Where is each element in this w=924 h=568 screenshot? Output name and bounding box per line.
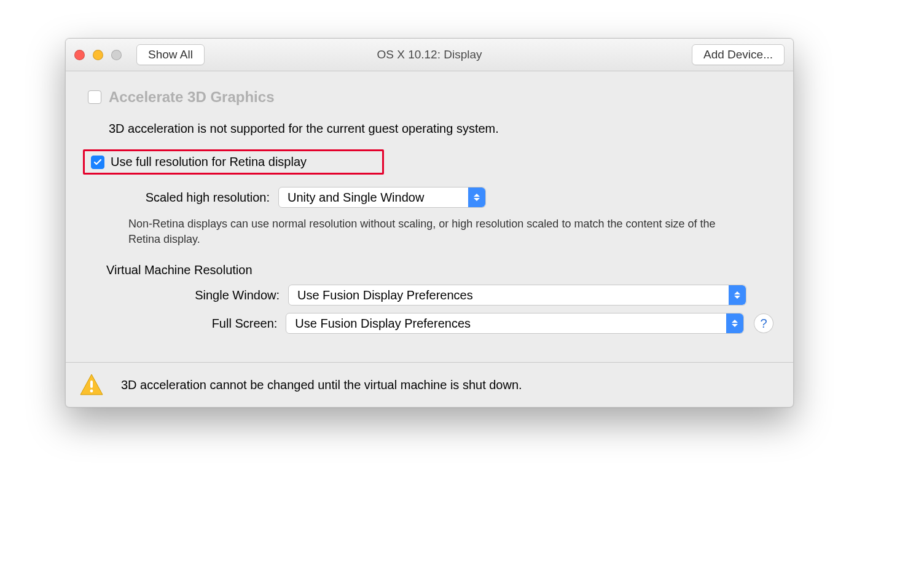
titlebar: Show All OS X 10.12: Display Add Device.… — [66, 39, 793, 71]
accelerate-3d-checkbox — [88, 90, 101, 104]
single-window-row: Single Window: Use Fusion Display Prefer… — [85, 285, 773, 306]
accelerate-3d-description: 3D acceleration is not supported for the… — [109, 122, 773, 136]
svg-point-1 — [90, 390, 93, 393]
vm-resolution-heading: Virtual Machine Resolution — [106, 263, 773, 277]
maximize-icon — [111, 50, 122, 60]
chevron-updown-icon — [726, 314, 743, 333]
chevron-updown-icon — [729, 285, 746, 305]
retina-label: Use full resolution for Retina display — [111, 155, 307, 169]
chevron-updown-icon — [468, 187, 485, 207]
single-window-select[interactable]: Use Fusion Display Preferences — [288, 285, 746, 306]
single-window-label: Single Window: — [85, 288, 288, 302]
minimize-icon[interactable] — [93, 50, 103, 60]
single-window-value: Use Fusion Display Preferences — [297, 288, 473, 302]
accelerate-3d-label: Accelerate 3D Graphics — [109, 89, 274, 106]
footer-message: 3D acceleration cannot be changed until … — [121, 378, 522, 392]
retina-highlight-box: Use full resolution for Retina display — [83, 149, 384, 175]
accelerate-3d-row: Accelerate 3D Graphics — [85, 89, 773, 106]
scaled-resolution-help: Non-Retina displays can use normal resol… — [128, 216, 737, 247]
show-all-button[interactable]: Show All — [136, 44, 205, 65]
warning-icon — [79, 373, 104, 397]
full-screen-value: Use Fusion Display Preferences — [295, 317, 471, 331]
footer-bar: 3D acceleration cannot be changed until … — [66, 362, 793, 407]
scaled-resolution-value: Unity and Single Window — [288, 191, 424, 205]
retina-checkbox[interactable] — [91, 156, 104, 169]
window-controls — [74, 50, 122, 60]
scaled-resolution-row: Scaled high resolution: Unity and Single… — [85, 187, 773, 208]
scaled-resolution-select[interactable]: Unity and Single Window — [278, 187, 486, 208]
full-screen-row: Full Screen: Use Fusion Display Preferen… — [85, 313, 773, 334]
add-device-button[interactable]: Add Device... — [692, 44, 785, 65]
svg-rect-0 — [90, 381, 93, 388]
display-settings-window: Show All OS X 10.12: Display Add Device.… — [65, 38, 794, 408]
full-screen-select[interactable]: Use Fusion Display Preferences — [286, 313, 744, 334]
close-icon[interactable] — [74, 50, 85, 60]
scaled-resolution-label: Scaled high resolution: — [85, 191, 278, 205]
help-button[interactable]: ? — [754, 314, 773, 333]
full-screen-label: Full Screen: — [85, 317, 286, 331]
content-area: Accelerate 3D Graphics 3D acceleration i… — [66, 71, 793, 347]
